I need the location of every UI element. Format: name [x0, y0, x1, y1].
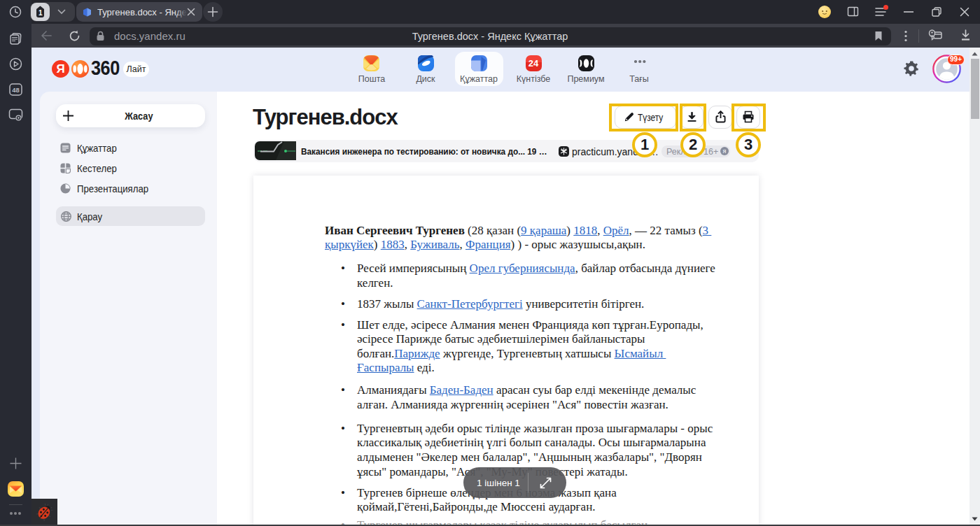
svg-text:48: 48 — [12, 86, 20, 94]
svg-text:1: 1 — [38, 9, 43, 17]
